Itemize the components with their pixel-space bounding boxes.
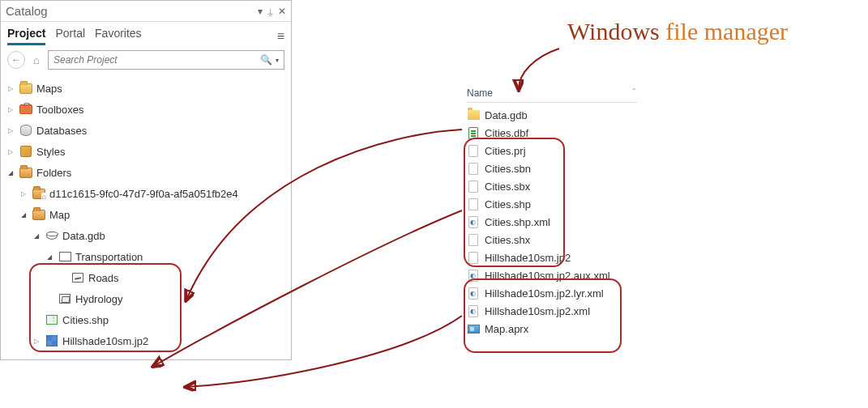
- fm-label: Data.gdb: [485, 109, 528, 121]
- fm-label: Cities.shp.xml: [485, 216, 550, 228]
- fm-label: Hillshade10sm.jp2.aux.xml: [485, 270, 610, 282]
- tree-node-gdb[interactable]: Data.gdb: [6, 225, 286, 246]
- tree-label: d11c1615-9fc0-47d7-9f0a-af5a051fb2e4: [49, 188, 238, 200]
- polygon-featureclass-icon: [58, 291, 72, 306]
- tree-node-toolboxes[interactable]: Toolboxes: [6, 99, 286, 120]
- expand-icon[interactable]: [6, 127, 15, 134]
- fm-row-file[interactable]: Cities.sbx: [467, 177, 637, 195]
- collapse-icon[interactable]: [6, 169, 15, 176]
- catalog-panel: Catalog ▾ ⍊ ✕ Project Portal Favorites ≡…: [0, 0, 292, 360]
- collapse-icon[interactable]: [19, 211, 28, 219]
- home-folder-icon: [32, 186, 46, 201]
- fm-label: Hillshade10sm.jp2.lyr.xml: [485, 287, 604, 300]
- close-icon[interactable]: ✕: [278, 6, 286, 17]
- fm-label: Map.aprx: [485, 323, 528, 335]
- annotation-word1: Windows: [567, 18, 660, 45]
- tab-favorites[interactable]: Favorites: [95, 27, 142, 45]
- fm-label: Cities.dbf: [485, 127, 528, 139]
- expand-icon[interactable]: [6, 85, 15, 92]
- fm-label: Cities.shx: [485, 234, 530, 246]
- expand-icon[interactable]: [6, 106, 15, 113]
- expand-icon[interactable]: [6, 148, 15, 155]
- tab-project[interactable]: Project: [7, 27, 45, 45]
- expand-icon[interactable]: [19, 190, 28, 198]
- home-button[interactable]: ⌂: [28, 52, 45, 68]
- file-icon: [467, 162, 480, 175]
- annotation-word2: file manager: [665, 18, 788, 45]
- tree-node-cities[interactable]: Cities.shp: [6, 309, 286, 330]
- file-icon: [467, 251, 480, 264]
- fm-row-file[interactable]: Hillshade10sm.jp2.aux.xml: [467, 266, 637, 284]
- expand-icon[interactable]: [32, 338, 41, 345]
- xml-file-icon: [467, 269, 480, 282]
- xml-file-icon: [467, 304, 480, 317]
- file-icon: [467, 198, 480, 210]
- fm-label: Cities.sbx: [485, 181, 530, 193]
- panel-title: Catalog: [6, 4, 48, 18]
- tree-node-transportation[interactable]: Transportation: [6, 246, 286, 267]
- tab-portal[interactable]: Portal: [55, 27, 85, 45]
- raster-icon: [45, 334, 59, 348]
- file-manager: Name ⌃ Data.gdb Cities.dbf Cities.prj Ci…: [467, 87, 637, 338]
- panel-header: Catalog ▾ ⍊ ✕: [1, 1, 291, 22]
- xml-file-icon: [467, 215, 480, 228]
- tree-node-guid-folder[interactable]: d11c1615-9fc0-47d7-9f0a-af5a051fb2e4: [6, 183, 286, 204]
- database-icon: [19, 123, 33, 138]
- fm-row-folder[interactable]: Data.gdb: [467, 106, 637, 124]
- autohide-icon[interactable]: ▾: [258, 6, 263, 17]
- fm-row-file[interactable]: Cities.sbn: [467, 159, 637, 177]
- geodatabase-icon: [45, 228, 59, 243]
- tree-node-databases[interactable]: Databases: [6, 120, 286, 141]
- folder-icon: [467, 108, 480, 121]
- shapefile-icon: [45, 312, 59, 327]
- tree-node-folders[interactable]: Folders: [6, 162, 286, 183]
- fm-row-file[interactable]: Hillshade10sm.jp2.xml: [467, 302, 637, 320]
- menu-icon[interactable]: ≡: [277, 29, 284, 44]
- fm-row-file[interactable]: Cities.shp.xml: [467, 213, 637, 231]
- folder-icon: [32, 207, 46, 222]
- tree-node-map-folder[interactable]: Map: [6, 204, 286, 225]
- tree-node-maps[interactable]: Maps: [6, 78, 286, 99]
- xml-file-icon: [467, 287, 480, 300]
- search-input[interactable]: [53, 54, 260, 66]
- dbf-file-icon: [467, 126, 480, 139]
- tree-label: Data.gdb: [62, 230, 105, 242]
- pin-icon[interactable]: ⍊: [267, 6, 273, 17]
- tree-label: Folders: [36, 167, 71, 179]
- file-manager-header[interactable]: Name ⌃: [467, 87, 637, 103]
- tree-node-styles[interactable]: Styles: [6, 141, 286, 162]
- aprx-file-icon: [467, 322, 480, 335]
- tabs-row: Project Portal Favorites ≡: [1, 22, 291, 45]
- search-icon[interactable]: 🔍: [260, 54, 272, 66]
- tree-node-hillshade[interactable]: Hillshade10sm.jp2: [6, 330, 286, 351]
- fm-row-file[interactable]: Cities.dbf: [467, 124, 637, 142]
- tree-label: Hillshade10sm.jp2: [62, 335, 148, 347]
- file-icon: [467, 180, 480, 193]
- tree-node-hydrology[interactable]: Hydrology: [6, 288, 286, 309]
- fm-label: Cities.prj: [485, 145, 526, 157]
- tree-label: Map: [49, 209, 70, 221]
- file-icon: [467, 233, 480, 246]
- tree-node-roads[interactable]: Roads: [6, 267, 286, 288]
- search-dropdown-icon[interactable]: ▾: [276, 57, 279, 64]
- fm-row-file[interactable]: Cities.shp: [467, 195, 637, 213]
- collapse-icon[interactable]: [45, 253, 54, 261]
- folder-icon: [19, 165, 33, 180]
- fm-row-file[interactable]: Hillshade10sm.jp2.lyr.xml: [467, 284, 637, 302]
- collapse-icon[interactable]: [32, 232, 41, 240]
- back-button[interactable]: ←: [7, 51, 25, 69]
- toolbox-icon: [19, 102, 33, 117]
- styles-icon: [19, 144, 33, 159]
- sort-icon[interactable]: ⌃: [631, 87, 637, 99]
- tree-label: Transportation: [75, 251, 143, 263]
- tree-label: Databases: [36, 125, 87, 137]
- tree-label: Maps: [36, 83, 62, 95]
- search-box[interactable]: 🔍 ▾: [48, 50, 284, 70]
- fm-row-file[interactable]: Cities.prj: [467, 142, 637, 159]
- fm-row-file[interactable]: Cities.shx: [467, 231, 637, 249]
- fm-row-file[interactable]: Hillshade10sm.jp2: [467, 249, 637, 266]
- file-icon: [467, 144, 480, 157]
- tree-label: Roads: [88, 272, 119, 284]
- search-row: ← ⌂ 🔍 ▾: [1, 45, 291, 74]
- fm-row-file[interactable]: Map.aprx: [467, 320, 637, 338]
